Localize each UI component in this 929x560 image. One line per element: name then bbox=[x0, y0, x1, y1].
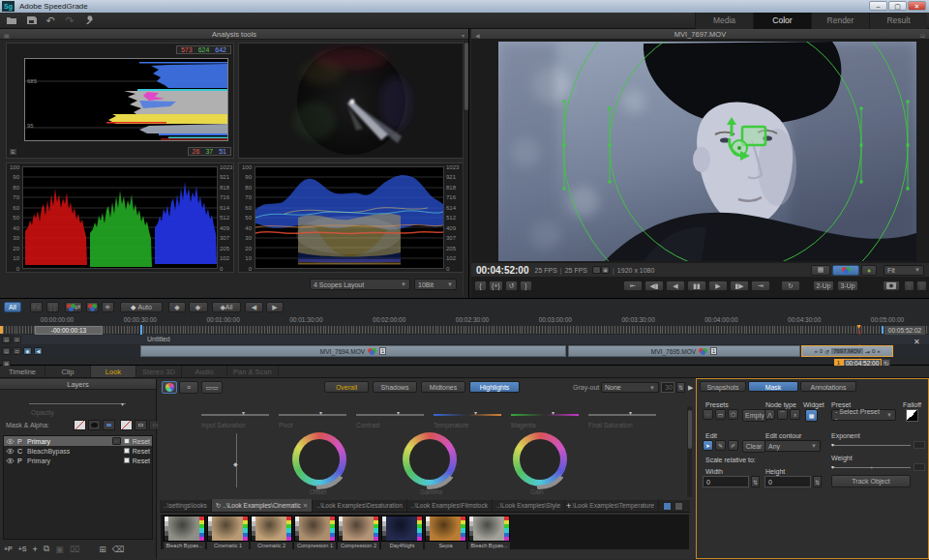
layers-header[interactable]: Layers bbox=[0, 379, 156, 390]
duplicate-layer-icon[interactable]: ⧉ bbox=[44, 544, 49, 554]
workspace-tab[interactable]: Result bbox=[869, 13, 927, 29]
slider-thumb-icon[interactable]: ▾ bbox=[552, 409, 554, 416]
width-stepper[interactable]: ⇅ bbox=[751, 476, 760, 487]
trim-right-icon[interactable]: » bbox=[877, 348, 880, 354]
playhead-timecode-chip[interactable]: -00:00:00:13 bbox=[35, 326, 103, 335]
panel-tab[interactable]: Pan & Scan bbox=[227, 366, 279, 377]
grid-view-icon[interactable]: ▦ bbox=[811, 265, 830, 276]
add-keyframe-button[interactable]: ◆ bbox=[168, 302, 186, 312]
slide-icon[interactable]: ⇥ bbox=[865, 348, 870, 355]
track-lock-icon[interactable]: ◘ bbox=[13, 336, 21, 343]
lut-tree-icon[interactable]: ♠ bbox=[861, 265, 877, 276]
current-frame-marker-icon[interactable]: ▼ bbox=[855, 324, 864, 329]
track-collapse-icon[interactable]: ▤ bbox=[2, 347, 11, 355]
timeline-clip-selected[interactable]: « 0 ↺ 7697.MOV ⇥ 0 » bbox=[801, 345, 893, 357]
go-start-icon[interactable]: ⇤ bbox=[623, 280, 643, 291]
slider-thumb-icon[interactable]: ▾ bbox=[397, 409, 400, 416]
reset-marks-icon[interactable]: ↺ bbox=[505, 280, 518, 291]
height-stepper[interactable]: ⇅ bbox=[813, 476, 822, 487]
slip-icon[interactable]: ↺ bbox=[824, 348, 829, 355]
add-keyframe-track-button[interactable]: ◆' bbox=[189, 302, 208, 312]
slider-thumb-icon[interactable]: ▾ bbox=[474, 409, 477, 416]
keyframe-all-button[interactable]: ◆ All bbox=[212, 302, 241, 312]
delete-layer-icon[interactable]: ⌧ bbox=[70, 545, 79, 554]
viewer-header[interactable]: ◀ MVI_7697.MOV ⊡ bbox=[471, 29, 929, 40]
settings-wrench-icon[interactable] bbox=[81, 15, 97, 27]
clear-mask-button[interactable]: Clear bbox=[742, 440, 765, 453]
reset-checkbox[interactable] bbox=[124, 438, 130, 444]
grading-tab-shadows[interactable]: Shadows bbox=[373, 381, 417, 393]
widget-toggle-icon[interactable]: ▦ bbox=[805, 409, 818, 422]
layer-row[interactable]: P Primary ◦ Reset bbox=[4, 436, 152, 446]
close-tab-icon[interactable]: ✕ bbox=[303, 499, 308, 512]
color-wheel-offset[interactable] bbox=[292, 432, 346, 486]
open-project-icon[interactable] bbox=[4, 15, 19, 27]
slider-thumb-icon[interactable]: ◆ bbox=[233, 460, 238, 467]
track-lock-icon[interactable]: ◘ bbox=[13, 347, 21, 355]
mark-clip-icon[interactable]: {+} bbox=[489, 280, 503, 291]
node-bezier-icon[interactable]: ⌅ bbox=[790, 409, 800, 420]
workspace-tab[interactable]: Color bbox=[753, 13, 811, 29]
histogram-settings-icon[interactable]: E bbox=[9, 148, 17, 156]
add-secondary-button[interactable]: +S bbox=[18, 545, 27, 552]
snapshot-camera-icon[interactable] bbox=[883, 280, 900, 291]
redo-icon[interactable]: ↷ bbox=[62, 15, 77, 27]
close-button[interactable]: ✕ bbox=[908, 1, 926, 11]
node-linear-icon[interactable]: ⋀ bbox=[764, 409, 775, 420]
look-thumbnail[interactable]: Sepia bbox=[425, 516, 466, 550]
show-all-button[interactable]: All bbox=[4, 302, 21, 312]
timeline-close-icon[interactable]: ✕ bbox=[914, 338, 920, 346]
look-folder-tab[interactable]: ..\Look Examples\Filmstock bbox=[407, 499, 493, 512]
look-thumbnail[interactable]: Cinematic 1 bbox=[207, 516, 249, 550]
undo-icon[interactable]: ↶ bbox=[43, 15, 58, 27]
grading-tab-midtones[interactable]: Midtones bbox=[421, 381, 465, 393]
fx-filter-button[interactable]: Fx bbox=[30, 302, 43, 312]
play-icon[interactable]: ▶ bbox=[708, 280, 728, 291]
preset-circle-mask-icon[interactable]: ◌ bbox=[703, 409, 713, 420]
mask-panel-tab-annotations[interactable]: Annotations bbox=[800, 381, 856, 392]
analysis-scrollbar[interactable] bbox=[463, 41, 468, 296]
save-look-icon[interactable]: ⊞ bbox=[99, 545, 106, 554]
slider-thumb-icon[interactable]: ▾ bbox=[831, 441, 834, 448]
trim-left-icon[interactable]: « bbox=[814, 348, 817, 354]
workspace-tab[interactable]: Media bbox=[695, 13, 753, 29]
ab-compare-icon[interactable]: ▭▭ bbox=[201, 381, 223, 394]
weight-slider[interactable]: ▾+ bbox=[831, 463, 911, 471]
add-layer-button[interactable]: + bbox=[33, 545, 38, 554]
mask-circle-icon[interactable] bbox=[88, 420, 101, 430]
falloff-swatch[interactable] bbox=[906, 409, 918, 422]
master-vertical-slider[interactable]: ◆ bbox=[233, 433, 241, 487]
grading-scrollbar[interactable] bbox=[686, 406, 692, 497]
slider-thumb-icon[interactable]: ▾ bbox=[121, 400, 124, 407]
slider-thumb-icon[interactable]: ▾ bbox=[319, 409, 322, 416]
fullscreen-icon[interactable]: ⊡ bbox=[920, 31, 925, 42]
look-thumbnail[interactable]: Day4Night bbox=[381, 516, 423, 550]
look-thumbnail[interactable]: Cinematic 2 bbox=[251, 516, 292, 550]
mask-preset-select[interactable]: - Select Preset -▼ bbox=[831, 409, 896, 421]
preset-poly-mask-icon[interactable]: ⬠ bbox=[728, 409, 738, 420]
mask-off-icon[interactable] bbox=[74, 420, 86, 430]
slider-final-saturation[interactable]: ▾ bbox=[588, 411, 656, 421]
slider-magenta[interactable]: ▾ bbox=[511, 411, 579, 421]
look-folder-tab[interactable]: ..\Look Examples\Style bbox=[493, 499, 565, 512]
save-icon[interactable] bbox=[23, 15, 39, 27]
viewer-prev-icon[interactable]: ◀ bbox=[475, 31, 480, 42]
video-canvas[interactable] bbox=[498, 42, 916, 261]
go-end-icon[interactable]: ⇥ bbox=[751, 280, 770, 291]
panel-tab[interactable]: Stereo 3D bbox=[136, 366, 182, 377]
track-visibility-icon[interactable]: ◉ bbox=[23, 347, 32, 355]
panel-tab[interactable]: Look bbox=[91, 366, 136, 377]
scopes-layout-select[interactable]: 4 Scopes Layout▼ bbox=[310, 279, 410, 290]
grayout-value[interactable]: 30 bbox=[661, 382, 674, 393]
contour-select[interactable]: Any▼ bbox=[764, 440, 821, 452]
analysis-panel-header[interactable]: ▤ Analysis tools ▾ bbox=[0, 29, 468, 40]
grading-tab-overall[interactable]: Overall bbox=[324, 381, 369, 393]
slider-contrast[interactable]: ▾ bbox=[356, 411, 424, 421]
list-view-icon[interactable] bbox=[674, 502, 683, 511]
trash-icon[interactable]: ⌫ bbox=[112, 545, 125, 554]
weight-value[interactable] bbox=[914, 463, 925, 471]
rgb-channels-button[interactable] bbox=[832, 265, 859, 276]
layer-row[interactable]: P Primary Reset bbox=[4, 456, 152, 465]
thumb-view-icon[interactable] bbox=[663, 502, 672, 511]
add-look-folder-button[interactable]: + bbox=[562, 500, 575, 513]
